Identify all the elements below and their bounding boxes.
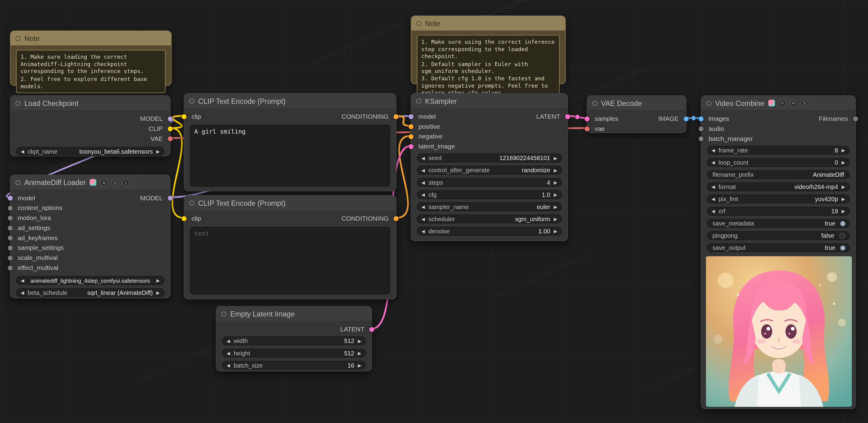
next-arrow-icon[interactable]: ▶ — [840, 160, 846, 165]
prev-arrow-icon[interactable]: ◀ — [420, 156, 426, 160]
prev-arrow-icon[interactable]: ◀ — [710, 160, 716, 165]
prev-arrow-icon[interactable]: ◀ — [225, 338, 231, 343]
motion-lora-input-slot[interactable] — [8, 216, 12, 220]
collapse-dot-icon[interactable] — [16, 101, 20, 106]
next-arrow-icon[interactable]: ▶ — [553, 156, 559, 160]
node-title-bar[interactable]: VAE Decode — [587, 96, 686, 110]
node-title-bar[interactable]: Load Checkpoint — [11, 96, 170, 110]
next-arrow-icon[interactable]: ▶ — [840, 197, 846, 201]
cfg-widget[interactable]: ◀ cfg 1.0 ▶ — [417, 190, 562, 199]
sampler-name-widget[interactable]: ◀ sampler_name euler ▶ — [417, 202, 562, 211]
toggle-dot-icon[interactable] — [840, 245, 845, 250]
node-graph-canvas[interactable]: poseita.poseilla@bytedance.com poseita.p… — [0, 0, 868, 423]
node-title-bar[interactable]: KSampler — [411, 94, 567, 108]
collapse-dot-icon[interactable] — [592, 101, 597, 106]
model-output-slot[interactable] — [168, 116, 173, 121]
steps-widget[interactable]: ◀ steps 4 ▶ — [417, 178, 562, 187]
model-name-widget[interactable]: ◀ animatediff_lightning_4step_comfyui.sa… — [16, 276, 164, 285]
collapse-dot-icon[interactable] — [706, 101, 711, 106]
next-arrow-icon[interactable]: ▶ — [553, 180, 559, 185]
vae-input-slot[interactable] — [584, 126, 589, 131]
latent-image-input-slot[interactable] — [408, 144, 413, 149]
collapse-dot-icon[interactable] — [16, 180, 20, 185]
batch-manager-input-slot[interactable] — [699, 136, 704, 141]
latent-output-slot[interactable] — [565, 114, 570, 119]
height-widget[interactable]: ◀ height 512 ▶ — [222, 349, 366, 358]
clip-text-encode-positive-node[interactable]: CLIP Text Encode (Prompt) clip CONDITION… — [184, 93, 396, 191]
note-node-left[interactable]: Note 1. Make sure loading the correct An… — [10, 30, 172, 86]
beta-schedule-widget[interactable]: ◀ beta_schedule sqrt_linear (AnimateDiff… — [16, 288, 164, 297]
save-output-toggle[interactable]: save_output true — [707, 244, 850, 252]
node-title-bar[interactable]: CLIP Text Encode (Prompt) — [184, 196, 396, 210]
crf-widget[interactable]: ◀ crf 19 ▶ — [707, 207, 850, 216]
negative-input-slot[interactable] — [408, 134, 413, 139]
sample-settings-input-slot[interactable] — [8, 245, 12, 250]
next-arrow-icon[interactable]: ▶ — [840, 209, 846, 214]
images-input-slot[interactable] — [699, 116, 704, 121]
collapse-dot-icon[interactable] — [16, 36, 20, 40]
clip-input-slot[interactable] — [181, 216, 186, 221]
conditioning-output-slot[interactable] — [394, 216, 398, 221]
frame-rate-widget[interactable]: ◀ frame_rate 8 ▶ — [707, 146, 850, 154]
toggle-dot-icon[interactable] — [839, 232, 845, 238]
next-arrow-icon[interactable]: ▶ — [356, 338, 363, 343]
next-arrow-icon[interactable]: ▶ — [155, 278, 161, 283]
next-arrow-icon[interactable]: ▶ — [155, 149, 161, 154]
pingpong-toggle[interactable]: pingpong false — [707, 231, 850, 240]
toggle-dot-icon[interactable] — [840, 221, 845, 226]
prev-arrow-icon[interactable]: ◀ — [225, 350, 231, 356]
next-arrow-icon[interactable]: ▶ — [840, 148, 846, 152]
model-input-slot[interactable] — [408, 114, 413, 119]
prompt-textarea[interactable]: text — [190, 227, 390, 294]
prev-arrow-icon[interactable]: ◀ — [710, 185, 716, 189]
next-arrow-icon[interactable]: ▶ — [840, 185, 846, 189]
model-output-slot[interactable] — [168, 195, 173, 200]
clip-input-slot[interactable] — [181, 114, 186, 119]
note-title-bar[interactable]: Note — [11, 31, 171, 45]
next-arrow-icon[interactable]: ▶ — [553, 204, 559, 209]
prev-arrow-icon[interactable]: ◀ — [710, 148, 716, 152]
denoise-widget[interactable]: ◀ denoise 1.00 ▶ — [417, 227, 562, 235]
prev-arrow-icon[interactable]: ◀ — [20, 290, 26, 295]
note-body-text[interactable]: 1. Make sure using the correct inference… — [417, 35, 560, 100]
note-title-bar[interactable]: Note — [411, 16, 565, 30]
scheduler-widget[interactable]: ◀ scheduler sgm_uniform ▶ — [417, 215, 562, 223]
collapse-dot-icon[interactable] — [416, 98, 421, 103]
latent-output-slot[interactable] — [369, 327, 374, 332]
animatediff-loader-node[interactable]: AnimateDiff Loader A D 1 model MODEL con… — [10, 175, 170, 298]
video-combine-node[interactable]: Video Combine V H S images Filenames aud… — [701, 95, 856, 409]
prompt-textarea[interactable]: A girl smiling — [190, 125, 390, 187]
next-arrow-icon[interactable]: ▶ — [553, 229, 559, 233]
save-metadata-toggle[interactable]: save_metadata true — [707, 219, 850, 228]
prev-arrow-icon[interactable]: ◀ — [710, 197, 716, 201]
next-arrow-icon[interactable]: ▶ — [356, 350, 363, 356]
pix-fmt-widget[interactable]: ◀ pix_fmt yuv420p ▶ — [707, 194, 850, 203]
next-arrow-icon[interactable]: ▶ — [553, 216, 559, 221]
collapse-dot-icon[interactable] — [222, 311, 226, 316]
scale-multival-input-slot[interactable] — [8, 255, 12, 260]
vae-output-slot[interactable] — [168, 136, 173, 141]
format-widget[interactable]: ◀ format video/h264-mp4 ▶ — [707, 182, 850, 191]
filenames-output-slot[interactable] — [853, 116, 858, 121]
prev-arrow-icon[interactable]: ◀ — [420, 229, 426, 233]
clip-text-encode-negative-node[interactable]: CLIP Text Encode (Prompt) clip CONDITION… — [184, 195, 396, 299]
image-output-slot[interactable] — [684, 116, 688, 121]
control-after-generate-widget[interactable]: ◀ control_after_generate randomize ▶ — [417, 166, 562, 175]
ckpt-name-widget[interactable]: ◀ ckpt_name toonyou_beta6.safetensors ▶ — [16, 147, 164, 156]
positive-input-slot[interactable] — [408, 124, 413, 129]
seed-widget[interactable]: ◀ seed 121690224458101 ▶ — [417, 154, 562, 163]
vae-decode-node[interactable]: VAE Decode samples IMAGE vae — [587, 95, 687, 133]
model-input-slot[interactable] — [8, 195, 12, 200]
next-arrow-icon[interactable]: ▶ — [155, 290, 161, 295]
effect-multival-input-slot[interactable] — [8, 265, 12, 270]
context-options-input-slot[interactable] — [8, 205, 12, 210]
prev-arrow-icon[interactable]: ◀ — [420, 192, 426, 197]
node-title-bar[interactable]: Empty Latent Image — [216, 306, 371, 321]
next-arrow-icon[interactable]: ▶ — [553, 168, 559, 173]
ksampler-node[interactable]: KSampler model LATENT positive negative … — [411, 93, 568, 241]
samples-input-slot[interactable] — [584, 116, 589, 121]
node-title-bar[interactable]: AnimateDiff Loader A D 1 — [11, 175, 170, 190]
prev-arrow-icon[interactable]: ◀ — [225, 363, 231, 368]
next-arrow-icon[interactable]: ▶ — [553, 192, 559, 197]
prev-arrow-icon[interactable]: ◀ — [20, 149, 26, 154]
